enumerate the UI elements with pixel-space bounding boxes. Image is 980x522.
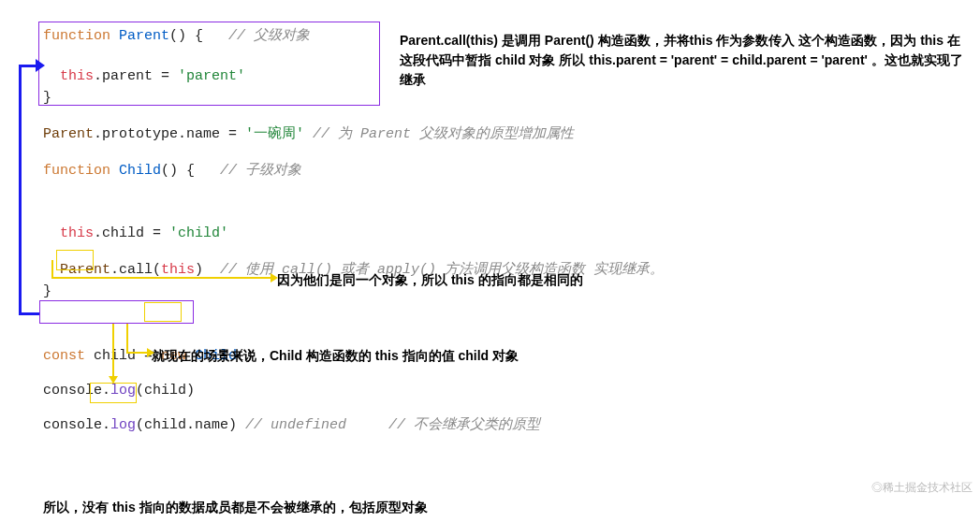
class-parent: Parent [110,28,169,44]
arrow-yellow [51,260,53,277]
comment: // 子级对象 [220,163,301,179]
arrow-yellow-head [147,348,154,357]
comment: // 为 Parent 父级对象的原型增加属性 [304,126,574,142]
arrow-blue-head [36,59,45,72]
comment: // 不会继承父类的原型 [346,417,540,433]
keyword-function: function [43,163,110,179]
watermark: ◎稀土掘金技术社区 [871,480,973,496]
comment: // undefined [245,417,346,433]
annotation-2: 因为他们是同一个对象，所以 this 的指向都是相同的 [277,270,583,290]
annotation-3: 就现在的场景来说，Child 构造函数的 this 指向的值 child 对象 [152,346,519,366]
string: 'child' [169,225,228,241]
arrow-blue [19,65,22,315]
arrow-yellow [112,324,114,378]
this-keyword: this [161,262,195,278]
code-line-3: } [43,88,980,108]
class-child: Child [110,163,161,179]
comment: // 父级对象 [228,28,310,44]
arrow-blue [19,312,39,315]
arrow-yellow-head [271,273,278,283]
arrow-yellow [126,324,128,352]
keyword-const: const [43,348,85,364]
keyword-function: function [43,28,110,44]
arrow-yellow-head [109,376,118,384]
string: 'parent' [178,68,245,84]
annotation-4: 所以，没有 this 指向的数据成员都是不会被继承的，包括原型对象 [43,498,428,517]
code-line-10: console.log(child) [43,381,980,400]
this-keyword: this [43,225,94,241]
code-line-5: function Child() { // 子级对象 [43,161,980,181]
annotation-1: Parent.call(this) 是调用 Parent() 构造函数，并将th… [400,31,966,90]
code-line-11: console.log(child.name) // undefined // … [43,415,980,435]
code-line-6: this.child = 'child' [43,224,980,243]
arrow-yellow [51,277,272,279]
arrow-yellow [126,352,149,354]
this-keyword: this [43,68,94,84]
code-line-4: Parent.prototype.name = '一碗周' // 为 Paren… [43,124,980,144]
string: '一碗周' [245,126,304,142]
